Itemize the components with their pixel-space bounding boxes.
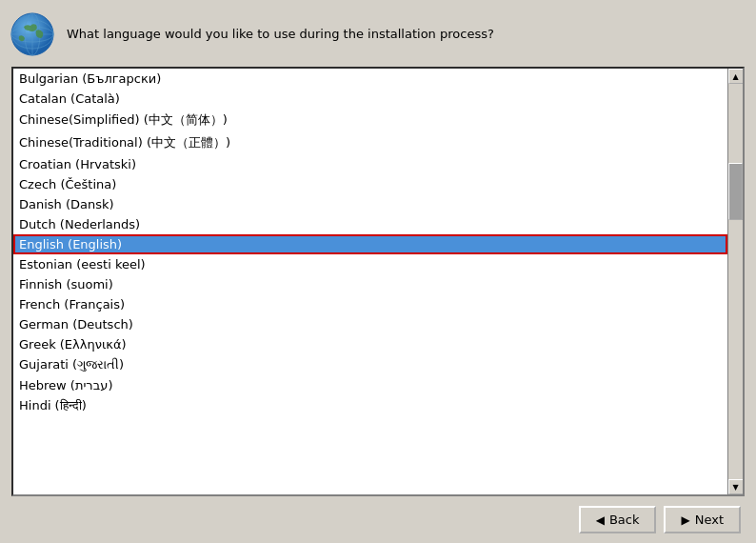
- list-item[interactable]: Finnish (suomi): [13, 274, 727, 294]
- list-item[interactable]: Hindi (हिन्दी): [13, 395, 727, 416]
- list-item[interactable]: German (Deutsch): [13, 314, 727, 334]
- list-item[interactable]: Danish (Dansk): [13, 194, 727, 214]
- list-item[interactable]: Czech (Čeština): [13, 174, 727, 194]
- list-item[interactable]: Croatian (Hrvatski): [13, 154, 727, 174]
- list-item[interactable]: Chinese(Simplified) (中文（简体）): [13, 109, 727, 131]
- list-item[interactable]: English (English): [13, 234, 727, 254]
- back-icon: ◀: [596, 513, 605, 527]
- scroll-down-arrow[interactable]: ▼: [728, 479, 744, 494]
- back-label: Back: [609, 513, 640, 527]
- footer: ◀ Back ▶ Next: [0, 496, 756, 543]
- next-button[interactable]: ▶ Next: [664, 506, 741, 533]
- scroll-thumb-area[interactable]: [728, 84, 743, 479]
- scroll-thumb[interactable]: [728, 163, 743, 220]
- scrollbar[interactable]: ▲ ▼: [727, 69, 743, 494]
- list-item[interactable]: Chinese(Traditional) (中文（正體）): [13, 131, 727, 154]
- list-item[interactable]: Greek (Ελληνικά): [13, 334, 727, 354]
- list-item[interactable]: Bulgarian (Български): [13, 69, 727, 89]
- language-list-container: Bulgarian (Български)Catalan (Català)Chi…: [11, 67, 745, 496]
- list-item[interactable]: Hebrew (עברית): [13, 375, 727, 395]
- list-item[interactable]: Gujarati (ગુજરાતી): [13, 354, 727, 375]
- next-label: Next: [695, 513, 724, 527]
- list-item[interactable]: French (Français): [13, 294, 727, 314]
- header: What language would you like to use duri…: [0, 0, 756, 67]
- list-item[interactable]: Estonian (eesti keel): [13, 254, 727, 274]
- language-list[interactable]: Bulgarian (Български)Catalan (Català)Chi…: [13, 69, 727, 494]
- next-icon: ▶: [681, 513, 689, 527]
- list-item[interactable]: Catalan (Català): [13, 89, 727, 109]
- scroll-up-arrow[interactable]: ▲: [728, 69, 744, 84]
- list-item[interactable]: Dutch (Nederlands): [13, 214, 727, 234]
- header-question: What language would you like to use duri…: [67, 26, 494, 43]
- back-button[interactable]: ◀ Back: [579, 506, 657, 533]
- globe-icon: [10, 11, 55, 57]
